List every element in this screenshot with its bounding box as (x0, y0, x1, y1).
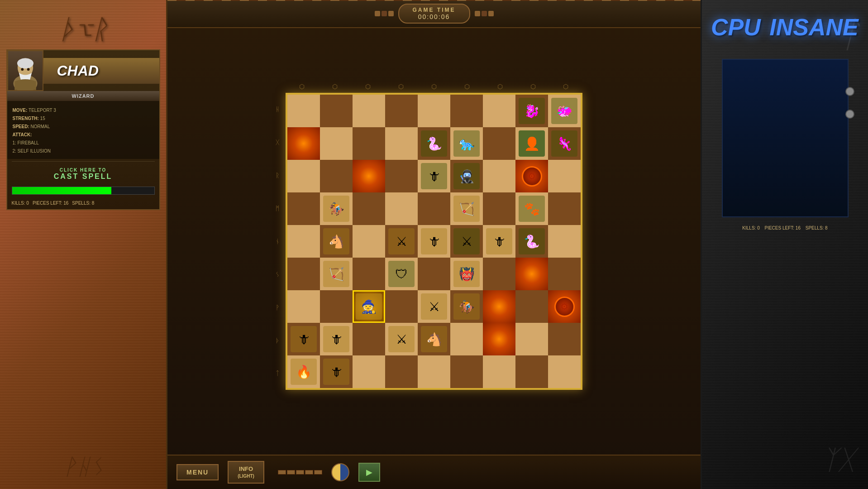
cell-4-7[interactable]: 🐍 (515, 225, 548, 258)
cell-2-7[interactable]: ⚙ (515, 160, 548, 192)
cell-2-8[interactable] (548, 160, 581, 192)
cell-1-0[interactable] (287, 127, 320, 160)
cell-4-5[interactable]: ⚔ (450, 225, 483, 258)
cell-1-8[interactable]: 🦎 (548, 127, 581, 160)
cell-4-1[interactable]: 🐴 (320, 225, 353, 258)
cell-7-2[interactable] (353, 323, 385, 355)
cell-1-7[interactable]: 👤 (515, 127, 548, 160)
cell-5-3[interactable]: 🛡 (385, 258, 418, 290)
stat-strength-label: STRENGTH: (13, 116, 40, 121)
cell-6-0[interactable] (287, 290, 320, 323)
cell-8-4[interactable] (418, 355, 450, 388)
cell-2-1[interactable] (320, 160, 353, 192)
cell-6-1[interactable] (320, 290, 353, 323)
cell-0-6[interactable] (483, 95, 515, 127)
cell-3-8[interactable] (548, 192, 581, 225)
info-label: INFO (239, 465, 253, 472)
cell-6-5[interactable]: 🏇 (450, 290, 483, 323)
cell-0-7[interactable]: 🐉 (515, 95, 548, 127)
cell-5-8[interactable] (548, 258, 581, 290)
cell-4-6[interactable]: 🗡 (483, 225, 515, 258)
cell-6-2[interactable]: 🧙 (353, 290, 385, 323)
stat-move: MOVE: TELEPORT 3 (13, 106, 154, 115)
menu-button[interactable]: MENU (176, 464, 219, 480)
chess-board[interactable]: 🐉🐲🐍🐆👤🦎🗡🥷⚙🏇🏹🐾🐴⚔🗡⚔🗡🐍🏹🛡👹🧙⚔🏇⚙🗡🗡⚔🐴🔥🗡 (286, 93, 582, 390)
cell-5-1[interactable]: 🏹 (320, 258, 353, 290)
cell-4-0[interactable] (287, 225, 320, 258)
rune-top-left: ᚦ⌥ᚱ (59, 14, 108, 45)
cell-5-2[interactable] (353, 258, 385, 290)
cast-spell-button[interactable]: CLICK HERE TO CAST SPELL (7, 164, 159, 184)
cell-0-4[interactable] (418, 95, 450, 127)
cell-7-0[interactable]: 🗡 (287, 323, 320, 355)
cell-0-5[interactable] (450, 95, 483, 127)
cell-4-2[interactable] (353, 225, 385, 258)
cell-2-2[interactable] (353, 160, 385, 192)
phase-dot-1 (278, 470, 286, 475)
cell-7-4[interactable]: 🐴 (418, 323, 450, 355)
cell-1-5[interactable]: 🐆 (450, 127, 483, 160)
cell-3-2[interactable] (353, 192, 385, 225)
cell-4-3[interactable]: ⚔ (385, 225, 418, 258)
bolt-2 (845, 110, 854, 119)
cell-1-4[interactable]: 🐍 (418, 127, 450, 160)
cell-0-3[interactable] (385, 95, 418, 127)
cell-8-3[interactable] (385, 355, 418, 388)
cell-2-3[interactable] (385, 160, 418, 192)
cell-2-0[interactable] (287, 160, 320, 192)
cell-6-7[interactable] (515, 290, 548, 323)
cell-2-4[interactable]: 🗡 (418, 160, 450, 192)
phase-indicator (278, 470, 322, 475)
cell-8-8[interactable] (548, 355, 581, 388)
cell-8-5[interactable] (450, 355, 483, 388)
next-phase-button[interactable]: ▶ (358, 463, 380, 482)
cell-0-8[interactable]: 🐲 (548, 95, 581, 127)
cell-4-4[interactable]: 🗡 (418, 225, 450, 258)
cell-0-0[interactable] (287, 95, 320, 127)
cell-0-1[interactable] (320, 95, 353, 127)
phase-dot-4 (305, 470, 313, 475)
cell-0-2[interactable] (353, 95, 385, 127)
cell-2-6[interactable] (483, 160, 515, 192)
cell-8-2[interactable] (353, 355, 385, 388)
cell-3-6[interactable] (483, 192, 515, 225)
cell-5-6[interactable] (483, 258, 515, 290)
moon-phase-icon[interactable] (331, 463, 349, 481)
cell-5-4[interactable] (418, 258, 450, 290)
cell-7-8[interactable] (548, 323, 581, 355)
cell-5-5[interactable]: 👹 (450, 258, 483, 290)
cell-6-3[interactable] (385, 290, 418, 323)
cell-7-6[interactable] (483, 323, 515, 355)
cell-1-6[interactable] (483, 127, 515, 160)
cell-6-8[interactable]: ⚙ (548, 290, 581, 323)
cell-2-5[interactable]: 🥷 (450, 160, 483, 192)
cell-3-3[interactable] (385, 192, 418, 225)
cell-5-0[interactable] (287, 258, 320, 290)
cell-7-5[interactable] (450, 323, 483, 355)
deco-left-2 (382, 11, 387, 16)
cell-1-1[interactable] (320, 127, 353, 160)
info-button[interactable]: INFO (LIGHT) (228, 461, 264, 484)
cell-3-1[interactable]: 🏇 (320, 192, 353, 225)
cell-6-4[interactable]: ⚔ (418, 290, 450, 323)
cell-5-7[interactable] (515, 258, 548, 290)
cell-7-1[interactable]: 🗡 (320, 323, 353, 355)
cell-7-3[interactable]: ⚔ (385, 323, 418, 355)
chad-bottom-stats: KILLS: 0 PIECES LEFT: 16 SPELLS: 8 (7, 197, 159, 209)
cell-8-6[interactable] (483, 355, 515, 388)
cell-3-0[interactable] (287, 192, 320, 225)
cell-3-5[interactable]: 🏹 (450, 192, 483, 225)
cell-4-8[interactable] (548, 225, 581, 258)
cell-3-7[interactable]: 🐾 (515, 192, 548, 225)
stat-strength-value: 15 (40, 116, 45, 121)
cell-1-2[interactable] (353, 127, 385, 160)
cell-7-7[interactable] (515, 323, 548, 355)
cell-8-0[interactable]: 🔥 (287, 355, 320, 388)
cell-3-4[interactable] (418, 192, 450, 225)
cell-8-1[interactable]: 🗡 (320, 355, 353, 388)
cell-6-6[interactable] (483, 290, 515, 323)
cell-1-3[interactable] (385, 127, 418, 160)
cell-8-7[interactable] (515, 355, 548, 388)
stat-move-value: TELEPORT 3 (29, 108, 56, 113)
stat-strength: STRENGTH: 15 (13, 115, 154, 123)
